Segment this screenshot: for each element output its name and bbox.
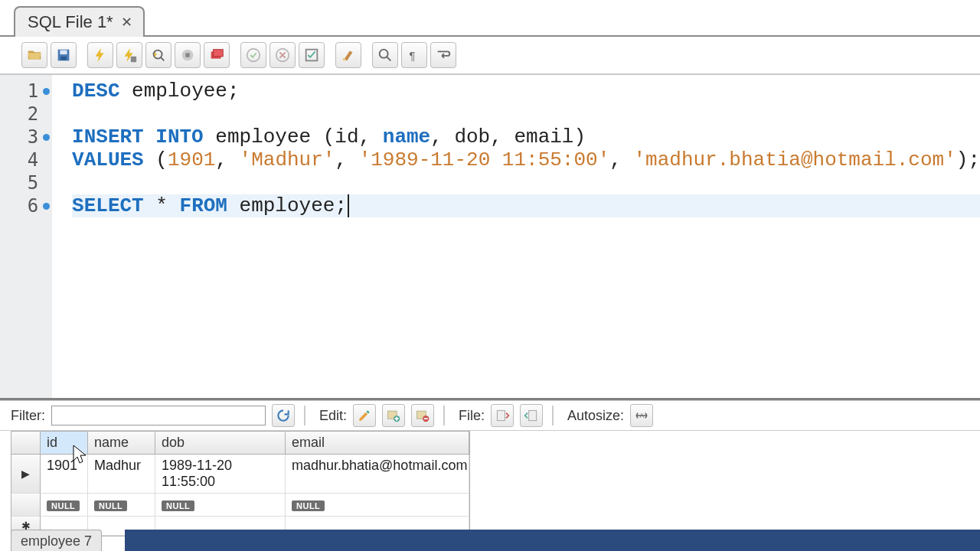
svg-rect-19 — [497, 410, 505, 420]
stop-button[interactable] — [175, 42, 201, 68]
file-label: File: — [459, 408, 485, 424]
code-line[interactable]: VALUES (1901, 'Madhur', '1989-11-20 11:5… — [72, 148, 980, 171]
code-line[interactable]: INSERT INTO employee (id, name, dob, ema… — [72, 126, 980, 148]
code-line[interactable] — [72, 103, 980, 126]
cell[interactable]: NULL — [88, 494, 155, 517]
invisible-chars-button[interactable]: ¶ — [401, 42, 427, 68]
beautify-button[interactable] — [335, 42, 361, 68]
row-selector[interactable]: ▶ — [11, 455, 41, 494]
stop-all-button[interactable] — [204, 42, 230, 68]
delete-row-button[interactable] — [411, 404, 434, 427]
svg-rect-2 — [60, 57, 66, 60]
column-header-name[interactable]: name — [88, 432, 155, 455]
svg-rect-3 — [131, 57, 136, 62]
grid-header: id name dob email — [11, 432, 469, 455]
svg-rect-1 — [60, 51, 67, 55]
cell[interactable]: madhur.bhatia@hotmail.com — [286, 455, 469, 494]
svg-point-9 — [247, 49, 260, 62]
code-line[interactable] — [72, 171, 980, 194]
add-row-button[interactable] — [382, 404, 405, 427]
table-row[interactable]: ▶1901Madhur1989-11-20 11:55:00madhur.bha… — [11, 455, 469, 494]
filter-input[interactable] — [51, 406, 266, 425]
cell[interactable]: NULL — [41, 494, 88, 517]
column-header-id[interactable]: id — [41, 432, 88, 455]
line-number: 4 — [0, 148, 52, 171]
cell[interactable]: NULL — [286, 494, 469, 517]
line-number: 3 — [0, 126, 52, 148]
svg-rect-8 — [213, 50, 223, 57]
line-number: 1 — [0, 80, 52, 103]
cell[interactable]: NULL — [155, 494, 286, 517]
result-tab[interactable]: employee 7 — [11, 530, 102, 551]
wrap-button[interactable] — [430, 42, 456, 68]
svg-rect-20 — [529, 410, 537, 420]
edit-row-button[interactable] — [353, 404, 376, 427]
execute-button[interactable] — [87, 42, 113, 68]
row-selector[interactable] — [11, 494, 41, 517]
row-selector-header[interactable] — [11, 432, 41, 455]
tab-bar: SQL File 1* ✕ — [0, 0, 980, 37]
edit-label: Edit: — [319, 408, 347, 424]
import-button[interactable] — [520, 404, 543, 427]
result-grid[interactable]: id name dob email ▶1901Madhur1989-11-20 … — [11, 431, 470, 536]
autocommit-button[interactable] — [299, 42, 325, 68]
cell[interactable]: Madhur — [88, 455, 155, 494]
svg-rect-6 — [185, 53, 190, 57]
commit-button[interactable] — [240, 42, 266, 68]
svg-text:A: A — [640, 412, 645, 419]
close-icon[interactable]: ✕ — [121, 14, 132, 31]
cell[interactable]: 1989-11-20 11:55:00 — [155, 455, 286, 494]
refresh-button[interactable] — [272, 404, 295, 427]
execute-current-button[interactable] — [116, 42, 142, 68]
line-number: 2 — [0, 103, 52, 126]
autosize-label: Autosize: — [567, 408, 624, 424]
table-row[interactable]: NULLNULLNULLNULL — [11, 494, 469, 517]
explain-button[interactable] — [145, 42, 172, 68]
autosize-button[interactable]: A — [630, 404, 653, 427]
line-gutter: 123456 — [0, 75, 52, 398]
line-number: 6 — [0, 194, 52, 217]
column-header-email[interactable]: email — [286, 432, 469, 455]
results-toolbar: Filter: Edit: File: Autosize: A — [0, 400, 980, 431]
status-bar: employee 7 — [0, 530, 980, 551]
find-button[interactable] — [372, 42, 398, 68]
sql-editor[interactable]: 123456 DESC employee; INSERT INTO employ… — [0, 75, 980, 398]
column-header-dob[interactable]: dob — [155, 432, 286, 455]
export-button[interactable] — [491, 404, 514, 427]
file-tab[interactable]: SQL File 1* ✕ — [14, 6, 145, 37]
tab-title: SQL File 1* — [28, 12, 113, 32]
status-fill — [125, 530, 980, 551]
svg-point-12 — [343, 58, 346, 61]
save-file-button[interactable] — [51, 42, 77, 68]
editor-toolbar: ¶ — [0, 37, 980, 75]
code-line[interactable]: SELECT * FROM employee; — [72, 194, 980, 217]
filter-label: Filter: — [11, 408, 45, 424]
line-number: 5 — [0, 171, 52, 194]
svg-text:¶: ¶ — [410, 50, 416, 62]
open-file-button[interactable] — [21, 42, 47, 68]
code-area[interactable]: DESC employee; INSERT INTO employee (id,… — [52, 75, 980, 398]
cell[interactable]: 1901 — [41, 455, 88, 494]
rollback-button[interactable] — [270, 42, 296, 68]
code-line[interactable]: DESC employee; — [72, 80, 980, 103]
